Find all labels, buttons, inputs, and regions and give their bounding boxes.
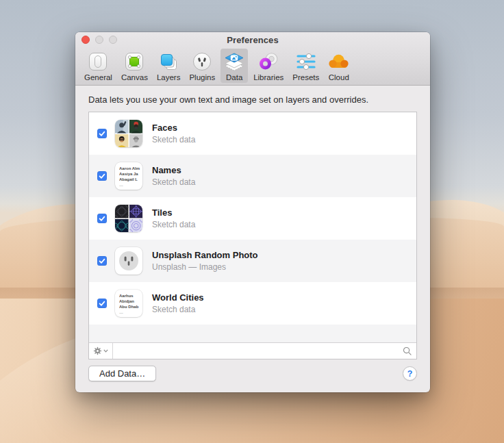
tile-pattern	[129, 205, 143, 218]
unsplash-thumbnail	[115, 247, 142, 275]
checkmark-icon	[98, 172, 106, 180]
face-photo	[129, 120, 143, 134]
tab-data[interactable]: Data	[220, 49, 248, 83]
tab-plugins[interactable]: Plugins	[186, 49, 218, 83]
tab-label: Libraries	[253, 73, 284, 81]
row-subtitle: Sketch data	[152, 305, 204, 314]
tiles-thumbnail	[115, 205, 142, 232]
search-icon	[403, 346, 412, 355]
preview-line: Abidjan	[119, 299, 142, 304]
window-chrome: Preferences General	[75, 32, 430, 86]
preview-line: Aarhus	[119, 293, 142, 299]
data-row-world-cities[interactable]: Aarhus Abidjan Abu Dhab … World Cities S…	[89, 282, 416, 325]
chevron-down-icon	[103, 349, 108, 353]
tab-cloud[interactable]: Cloud	[325, 49, 353, 83]
gear-icon	[93, 346, 102, 355]
tab-label: Plugins	[189, 73, 215, 81]
data-icon	[224, 51, 244, 73]
tab-label: General	[84, 73, 112, 81]
row-title: Names	[152, 165, 195, 175]
preview-line: Abu Dhab	[119, 304, 142, 309]
row-title: World Cities	[152, 292, 204, 303]
tab-label: Canvas	[121, 73, 148, 81]
data-sources-list: Faces Sketch data Aaron Alm Aasiya Ja Ab…	[88, 112, 417, 359]
cloud-icon	[328, 51, 349, 73]
tab-presets[interactable]: Presets	[289, 49, 323, 83]
row-checkbox[interactable]	[97, 171, 107, 181]
preview-line: Aaron Alm	[119, 166, 142, 171]
help-button[interactable]: ?	[403, 366, 417, 381]
close-button[interactable]	[81, 36, 90, 44]
preview-line: …	[119, 309, 142, 315]
row-subtitle: Sketch data	[152, 220, 195, 229]
row-subtitle: Sketch data	[152, 177, 195, 187]
row-title: Unsplash Random Photo	[152, 250, 258, 260]
list-empty-area	[89, 325, 416, 342]
search-input[interactable]	[113, 343, 416, 359]
titlebar[interactable]: Preferences	[75, 32, 430, 48]
preview-line: Abagail L	[119, 177, 142, 182]
actions-dropdown-button[interactable]	[89, 343, 113, 359]
row-title: Faces	[152, 123, 195, 133]
data-row-names[interactable]: Aaron Alm Aasiya Ja Abagail L … Names Sk…	[89, 155, 416, 197]
faces-thumbnail	[115, 120, 142, 147]
world-cities-thumbnail: Aarhus Abidjan Abu Dhab …	[115, 290, 142, 317]
window-title: Preferences	[227, 35, 279, 45]
tab-canvas[interactable]: Canvas	[118, 49, 151, 83]
tile-pattern	[115, 205, 129, 218]
preferences-toolbar: General Canvas	[75, 48, 430, 83]
tab-libraries[interactable]: Libraries	[250, 49, 287, 83]
tab-label: Layers	[157, 73, 181, 81]
row-subtitle: Unsplash — Images	[152, 262, 258, 272]
presets-icon	[297, 51, 316, 73]
checkmark-icon	[98, 257, 106, 265]
tab-label: Data	[226, 73, 242, 81]
libraries-icon	[257, 51, 279, 73]
preferences-window: Preferences General	[75, 32, 430, 392]
row-checkbox[interactable]	[97, 299, 107, 308]
data-row-faces[interactable]: Faces Sketch data	[89, 112, 416, 155]
canvas-icon	[125, 51, 144, 73]
data-description: Data lets you use your own text and imag…	[88, 94, 417, 105]
names-thumbnail: Aaron Alm Aasiya Ja Abagail L …	[115, 162, 142, 190]
preferences-content: Data lets you use your own text and imag…	[75, 86, 430, 381]
row-checkbox[interactable]	[97, 256, 107, 266]
row-subtitle: Sketch data	[152, 135, 195, 144]
zoom-button	[109, 36, 117, 44]
data-row-unsplash[interactable]: Unsplash Random Photo Unsplash — Images	[89, 240, 416, 282]
search-field[interactable]	[113, 343, 416, 359]
tile-pattern	[115, 219, 129, 233]
row-title: Tiles	[152, 207, 195, 218]
checkmark-icon	[98, 214, 106, 223]
layers-icon	[160, 51, 178, 73]
preview-line: Aasiya Ja	[119, 171, 142, 177]
tab-layers[interactable]: Layers	[153, 49, 184, 83]
face-photo	[115, 134, 129, 148]
minimize-button	[95, 36, 103, 44]
tab-label: Cloud	[329, 73, 349, 81]
tile-pattern	[129, 219, 143, 233]
row-checkbox[interactable]	[97, 129, 107, 138]
outlet-icon	[118, 251, 139, 271]
face-photo	[129, 134, 143, 148]
general-icon	[88, 51, 108, 73]
traffic-lights	[81, 36, 117, 44]
add-data-button[interactable]: Add Data…	[88, 366, 156, 381]
tab-label: Presets	[292, 73, 319, 81]
window-footer: Add Data… ?	[88, 366, 417, 381]
list-bottom-bar	[89, 342, 416, 359]
tab-general[interactable]: General	[81, 49, 116, 83]
row-checkbox[interactable]	[97, 214, 107, 223]
checkmark-icon	[98, 299, 106, 307]
face-photo	[115, 120, 129, 134]
checkmark-icon	[98, 129, 106, 138]
preview-line: …	[119, 182, 142, 188]
data-row-tiles[interactable]: Tiles Sketch data	[89, 197, 416, 240]
plugins-icon	[192, 51, 212, 73]
